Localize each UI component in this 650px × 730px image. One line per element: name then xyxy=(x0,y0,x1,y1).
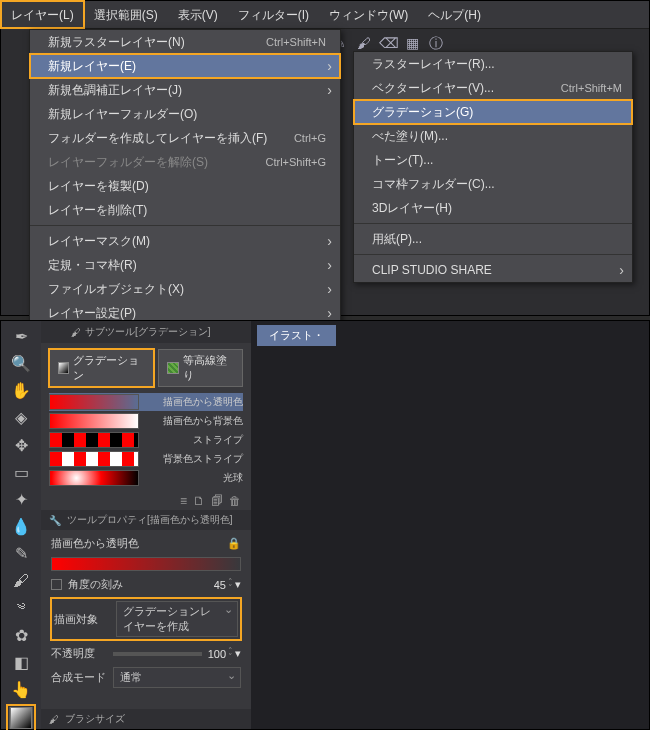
stepper-arrows-icon[interactable]: ˄˅ xyxy=(228,648,233,660)
chevron-down-icon[interactable]: ▾ xyxy=(235,647,241,660)
pencil-icon[interactable]: ✎ xyxy=(9,544,33,563)
menu-item-label: 新規レイヤーフォルダー(O) xyxy=(48,106,330,123)
menu-item-label: フォルダーを作成してレイヤーを挿入(F) xyxy=(48,130,294,147)
gradient-label: 光球 xyxy=(139,471,243,485)
angle-step-row: 角度の刻み 45 ˄˅ ▾ xyxy=(51,577,241,592)
draw-target-dropdown[interactable]: グラデーションレイヤーを作成 xyxy=(116,601,238,637)
menu-new-folder[interactable]: 新規レイヤーフォルダー(O) xyxy=(30,102,340,126)
menu-filter[interactable]: フィルター(I) xyxy=(228,1,319,28)
menu-item-label: ベクターレイヤー(V)... xyxy=(372,80,561,97)
menu-new-adjust[interactable]: 新規色調補正レイヤー(J) xyxy=(30,78,340,102)
menu-delete[interactable]: レイヤーを削除(T) xyxy=(30,198,340,222)
gradient-swatch-icon xyxy=(58,362,69,374)
menu-separator xyxy=(354,223,632,224)
top-panel: レイヤー(L) 選択範囲(S) 表示(V) フィルター(I) ウィンドウ(W) … xyxy=(0,0,650,316)
marquee-icon[interactable]: ▭ xyxy=(9,463,33,482)
menu-layer[interactable]: レイヤー(L) xyxy=(1,1,84,28)
pen-tool-icon[interactable]: ✒ xyxy=(9,327,33,346)
menu-select[interactable]: 選択範囲(S) xyxy=(84,1,168,28)
layer-dropdown: 新規ラスターレイヤー(N) Ctrl+Shift+N 新規レイヤー(E) 新規色… xyxy=(29,29,341,326)
blend-mode-row: 合成モード 通常 xyxy=(51,667,241,688)
wand-icon[interactable]: ✦ xyxy=(9,490,33,509)
lock-icon[interactable]: 🔒 xyxy=(227,537,241,550)
menu-item-label: コマ枠フォルダー(C)... xyxy=(372,176,622,193)
menu-mask[interactable]: レイヤーマスク(M) xyxy=(30,229,340,253)
menu-window[interactable]: ウィンドウ(W) xyxy=(319,1,418,28)
eyedropper-icon[interactable]: 💧 xyxy=(9,517,33,536)
menu-view[interactable]: 表示(V) xyxy=(168,1,228,28)
menu-item-label: レイヤーマスク(M) xyxy=(48,233,330,250)
gradient-list-toolbar: ≡ 🗋 🗐 🗑 xyxy=(41,492,251,510)
menu-duplicate[interactable]: レイヤーを複製(D) xyxy=(30,174,340,198)
move-icon[interactable]: ✥ xyxy=(9,436,33,455)
submenu-tone[interactable]: トーン(T)... xyxy=(354,148,632,172)
tab-label: グラデーション xyxy=(73,353,145,383)
brush-icon[interactable]: 🖌 xyxy=(9,571,33,590)
blend-mode-dropdown[interactable]: 通常 xyxy=(113,667,241,688)
menu-new-layer[interactable]: 新規レイヤー(E) xyxy=(30,54,340,78)
blend-icon[interactable]: 👆 xyxy=(9,680,33,699)
gradient-item[interactable]: 描画色から背景色 xyxy=(49,412,243,430)
menu-file-object[interactable]: ファイルオブジェクト(X) xyxy=(30,277,340,301)
gradient-label: ストライプ xyxy=(139,433,243,447)
menu-new-raster[interactable]: 新規ラスターレイヤー(N) Ctrl+Shift+N xyxy=(30,30,340,54)
tab-label: 等高線塗り xyxy=(183,353,234,383)
subtool-title-bar: 🖌 サブツール[グラデーション] xyxy=(41,321,251,343)
chevron-down-icon[interactable]: ▾ xyxy=(235,578,241,591)
tool-column: ✒ 🔍 ✋ ◈ ✥ ▭ ✦ 💧 ✎ 🖌 ༄ ✿ ◧ 👆 xyxy=(1,321,41,729)
decoration-icon[interactable]: ✿ xyxy=(9,626,33,645)
gradient-swatch xyxy=(49,470,139,486)
opacity-slider[interactable] xyxy=(113,652,202,656)
current-gradient-label: 描画色から透明色 xyxy=(51,536,139,551)
tool-property-header: 🔧 ツールプロパティ[描画色から透明色] xyxy=(41,510,251,530)
gradient-item[interactable]: 描画色から透明色 xyxy=(49,393,243,411)
gradient-item[interactable]: ストライプ xyxy=(49,431,243,449)
brush-size-title: ブラシサイズ xyxy=(65,712,125,726)
menu-separator xyxy=(354,254,632,255)
airbrush-icon[interactable]: ༄ xyxy=(9,598,33,617)
menu-separator xyxy=(30,225,340,226)
hand-icon[interactable]: ✋ xyxy=(9,381,33,400)
duplicate-icon[interactable]: 🗐 xyxy=(211,494,223,508)
menu-icon[interactable]: ≡ xyxy=(180,494,187,508)
menu-ruler-frame[interactable]: 定規・コマ枠(R) xyxy=(30,253,340,277)
submenu-fill[interactable]: べた塗り(M)... xyxy=(354,124,632,148)
submenu-paper[interactable]: 用紙(P)... xyxy=(354,227,632,251)
delete-icon[interactable]: 🗑 xyxy=(229,494,241,508)
gradient-preview[interactable] xyxy=(51,557,241,571)
wrench-icon: 🔧 xyxy=(49,515,61,526)
brush-size-header: 🖌 ブラシサイズ xyxy=(41,709,251,729)
new-layer-submenu: ラスターレイヤー(R)... ベクターレイヤー(V)... Ctrl+Shift… xyxy=(353,51,633,283)
magnifier-icon[interactable]: 🔍 xyxy=(9,354,33,373)
menu-item-label: トーン(T)... xyxy=(372,152,622,169)
current-gradient-row: 描画色から透明色 🔒 xyxy=(51,536,241,551)
tab-gradient[interactable]: グラデーション xyxy=(49,349,154,387)
submenu-3d[interactable]: 3Dレイヤー(H) xyxy=(354,196,632,220)
eraser-icon[interactable]: ◧ xyxy=(9,653,33,672)
menu-create-folder-insert[interactable]: フォルダーを作成してレイヤーを挿入(F) Ctrl+G xyxy=(30,126,340,150)
submenu-vector[interactable]: ベクターレイヤー(V)... Ctrl+Shift+M xyxy=(354,76,632,100)
submenu-raster[interactable]: ラスターレイヤー(R)... xyxy=(354,52,632,76)
gradient-item[interactable]: 光球 xyxy=(49,469,243,487)
add-icon[interactable]: 🗋 xyxy=(193,494,205,508)
bottom-panel: ✒ 🔍 ✋ ◈ ✥ ▭ ✦ 💧 ✎ 🖌 ༄ ✿ ◧ 👆 🖌 サブツール[グラデー… xyxy=(0,320,650,730)
menu-help[interactable]: ヘルプ(H) xyxy=(418,1,491,28)
opacity-value[interactable]: 100 ˄˅ ▾ xyxy=(208,647,241,660)
menu-item-label: 定規・コマ枠(R) xyxy=(48,257,330,274)
angle-step-checkbox[interactable] xyxy=(51,579,62,590)
gradient-swatch xyxy=(49,432,139,448)
gradient-item[interactable]: 背景色ストライプ xyxy=(49,450,243,468)
gradient-tool-icon[interactable] xyxy=(9,707,33,729)
brush-icon: 🖌 xyxy=(49,714,59,725)
submenu-gradient[interactable]: グラデーション(G) xyxy=(354,100,632,124)
menu-item-label: 新規ラスターレイヤー(N) xyxy=(48,34,266,51)
stepper-arrows-icon[interactable]: ˄˅ xyxy=(228,579,233,591)
tab-contour[interactable]: 等高線塗り xyxy=(158,349,243,387)
document-tab[interactable]: イラスト・ xyxy=(257,325,336,346)
menu-item-label: 新規色調補正レイヤー(J) xyxy=(48,82,330,99)
angle-step-value[interactable]: 45 ˄˅ ▾ xyxy=(214,578,241,591)
submenu-frame-folder[interactable]: コマ枠フォルダー(C)... xyxy=(354,172,632,196)
gradient-list: 描画色から透明色 描画色から背景色 ストライプ 背景色ストライプ 光球 xyxy=(41,393,251,492)
shape-icon[interactable]: ◈ xyxy=(9,408,33,427)
submenu-share[interactable]: CLIP STUDIO SHARE xyxy=(354,258,632,282)
